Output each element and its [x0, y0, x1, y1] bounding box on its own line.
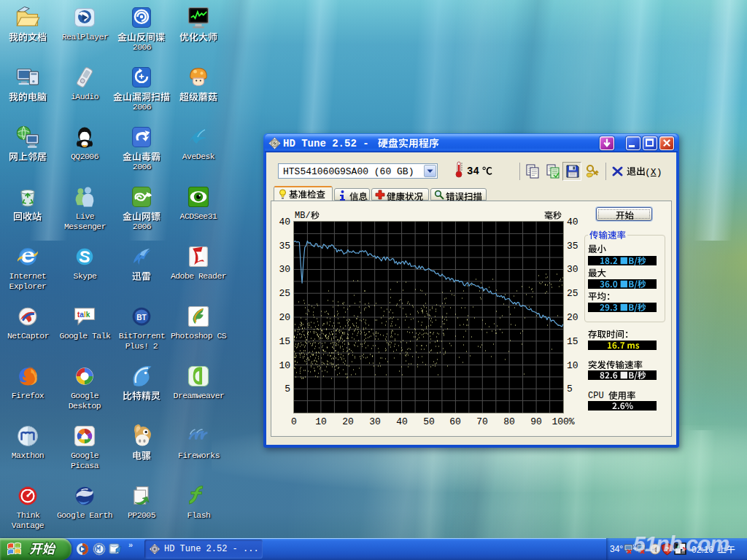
svg-text:talk: talk — [77, 311, 90, 319]
svg-text:BT: BT — [136, 314, 147, 322]
